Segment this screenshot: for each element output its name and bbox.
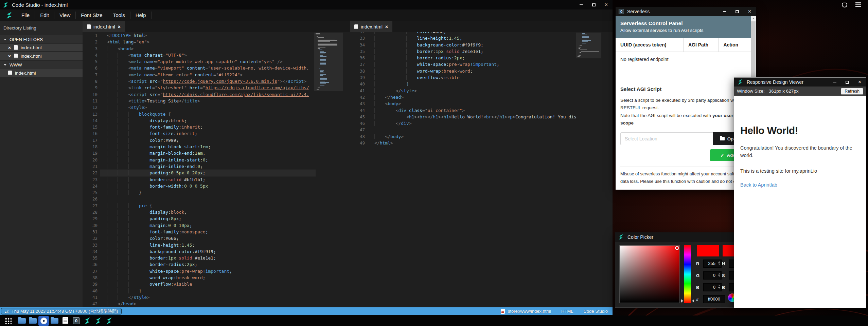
tab-index-html[interactable]: index.html × bbox=[350, 21, 392, 32]
code-line-33[interactable]: line-height:1.45; bbox=[100, 242, 316, 248]
maximize-button[interactable] bbox=[841, 78, 853, 87]
code-line-26[interactable] bbox=[100, 196, 316, 202]
code-line-19[interactable]: margin-block-end:1em; bbox=[100, 150, 316, 156]
close-button[interactable]: × bbox=[743, 7, 756, 16]
hamburger-menu-icon[interactable] bbox=[855, 2, 861, 7]
code-content[interactable]: color:#666; line-height:1.45; background… bbox=[368, 32, 578, 146]
code-line-27[interactable]: pre { bbox=[100, 203, 316, 209]
taskbar-folder-icon[interactable] bbox=[28, 316, 38, 326]
minimap-viewport[interactable] bbox=[314, 33, 343, 91]
scrollbar-thumb[interactable] bbox=[751, 21, 756, 79]
code-line-15[interactable]: font-family:inherit; bbox=[100, 124, 316, 130]
code-line-24[interactable]: border-width:0 0 0 5px bbox=[100, 183, 316, 189]
code-editor[interactable]: 1234567891011121314151617181920212223242… bbox=[83, 32, 350, 307]
minimize-button[interactable] bbox=[718, 7, 731, 16]
minimap[interactable] bbox=[316, 33, 341, 90]
minimize-button[interactable] bbox=[828, 78, 841, 87]
tab-close-icon[interactable]: × bbox=[385, 24, 388, 30]
taskbar-document-icon[interactable] bbox=[60, 316, 71, 326]
code-line-9[interactable]: <link rel="stylesheet" href="https://cdn… bbox=[100, 84, 316, 91]
tab-index-html[interactable]: index.html × bbox=[83, 21, 125, 32]
status-file-type[interactable]: HTML bbox=[561, 309, 573, 314]
code-line-31[interactable]: font-family:monospace; bbox=[100, 229, 316, 235]
menu-tools[interactable]: Tools bbox=[108, 12, 130, 19]
code-line-13[interactable]: blockquote { bbox=[100, 111, 316, 117]
saturation-marker[interactable] bbox=[675, 246, 679, 250]
rgb-input-g[interactable]: 0 bbox=[703, 271, 722, 280]
minimap[interactable] bbox=[578, 33, 599, 58]
code-line-32[interactable]: color:#666; bbox=[100, 235, 316, 242]
sidebar-item-index.html[interactable]: ×index.html bbox=[0, 44, 83, 51]
code-line-28[interactable]: display:block; bbox=[100, 209, 316, 215]
sidebar-section-open-editors[interactable]: OPEN EDITORS bbox=[0, 35, 83, 43]
rgb-input-b[interactable]: 0 bbox=[703, 283, 722, 291]
stepper-arrows-icon[interactable] bbox=[718, 273, 720, 277]
code-line-3[interactable]: <head> bbox=[100, 45, 316, 52]
saturation-field[interactable] bbox=[619, 245, 680, 303]
code-line-5[interactable]: <meta name="apple-mobile-web-app-capable… bbox=[100, 58, 316, 65]
code-line-11[interactable]: <title>Testing Site</title> bbox=[100, 98, 316, 104]
code-line-35[interactable]: border:1px solid #e1e1e1; bbox=[100, 255, 316, 261]
code-line-40[interactable]: } bbox=[100, 288, 316, 294]
code-line-34[interactable]: background-color:#f9f9f9; bbox=[100, 248, 316, 255]
code-line-45[interactable]: <h1><br></h1><h1>Hello World!<br></h1><p… bbox=[368, 114, 578, 120]
datetime-button[interactable]: ⇄ Thu May 11 2023 21:54:48 GMT+0800 (台北標… bbox=[1, 308, 122, 314]
code-line-4[interactable]: <meta charset="UTF-8"> bbox=[100, 52, 316, 58]
code-line-46[interactable]: </div> bbox=[368, 120, 578, 127]
code-line-34[interactable]: background-color:#f9f9f9; bbox=[368, 42, 578, 48]
code-line-8[interactable]: <script src="https://code.jquery.com/jqu… bbox=[100, 78, 316, 84]
loading-spinner-icon[interactable] bbox=[842, 2, 847, 7]
code-line-6[interactable]: <meta name="viewport" content="user-scal… bbox=[100, 65, 316, 71]
close-button[interactable]: × bbox=[600, 0, 613, 9]
code-line-43[interactable]: <body> bbox=[368, 100, 578, 107]
code-line-36[interactable]: border-radius:2px; bbox=[100, 261, 316, 268]
sidebar-item-index.html[interactable]: ×index.html bbox=[0, 52, 83, 60]
code-line-49[interactable]: </html> bbox=[368, 140, 578, 146]
status-file[interactable]: store:/www/index.html bbox=[501, 309, 551, 314]
hue-slider[interactable] bbox=[684, 245, 691, 303]
code-line-41[interactable]: </style> bbox=[100, 294, 316, 301]
code-line-47[interactable] bbox=[368, 127, 578, 133]
code-line-41[interactable]: </style> bbox=[368, 88, 578, 94]
code-content[interactable]: <!DOCTYPE html><html lang="en"> <head> <… bbox=[100, 32, 316, 307]
maximize-button[interactable] bbox=[731, 7, 743, 16]
code-line-44[interactable]: <div class="ui container"> bbox=[368, 107, 578, 114]
code-line-2[interactable]: <html lang="en"> bbox=[100, 39, 316, 45]
code-line-17[interactable]: color:#999; bbox=[100, 137, 316, 143]
hue-slider-arrow-right-icon[interactable] bbox=[692, 299, 694, 303]
stepper-arrows-icon[interactable] bbox=[718, 285, 720, 289]
close-icon[interactable]: × bbox=[8, 54, 11, 59]
menu-view[interactable]: View bbox=[54, 12, 75, 19]
code-line-16[interactable]: font-size:inherit; bbox=[100, 130, 316, 137]
scroll-up-icon[interactable] bbox=[751, 16, 756, 21]
code-line-37[interactable]: white-space:pre-wrap!important; bbox=[100, 268, 316, 274]
menu-edit[interactable]: Edit bbox=[35, 12, 54, 19]
code-line-10[interactable]: <script src="https://cdnjs.cloudflare.co… bbox=[100, 91, 316, 98]
code-line-40[interactable]: } bbox=[368, 81, 578, 87]
menu-help[interactable]: Help bbox=[130, 12, 152, 19]
menu-file[interactable]: File bbox=[16, 12, 35, 19]
taskbar-app-grid-icon[interactable] bbox=[3, 316, 13, 326]
code-line-32[interactable]: color:#666; bbox=[368, 32, 578, 35]
tab-close-icon[interactable]: × bbox=[118, 24, 121, 30]
taskbar-code-studio-icon[interactable] bbox=[104, 316, 114, 326]
code-line-37[interactable]: white-space:pre-wrap!important; bbox=[368, 61, 578, 68]
minimize-button[interactable] bbox=[575, 0, 587, 9]
code-line-30[interactable]: margin:0 0 10px; bbox=[100, 222, 316, 229]
taskbar-folder-icon[interactable] bbox=[49, 316, 60, 326]
code-line-42[interactable]: </head> bbox=[100, 301, 316, 307]
code-line-33[interactable]: line-height:1.45; bbox=[368, 35, 578, 41]
code-line-21[interactable]: margin-inline-end:0; bbox=[100, 163, 316, 170]
code-line-38[interactable]: word-wrap:break-word; bbox=[368, 68, 578, 74]
taskbar-disc-icon[interactable] bbox=[38, 316, 49, 326]
sidebar-section-www[interactable]: WWW bbox=[0, 61, 83, 69]
taskbar-code-studio-icon[interactable] bbox=[82, 316, 92, 326]
close-button[interactable]: × bbox=[853, 78, 866, 87]
code-editor[interactable]: 323334353637383940414243444546474849 col… bbox=[350, 32, 613, 307]
code-line-42[interactable]: </head> bbox=[368, 94, 578, 100]
code-line-36[interactable]: border-radius:2px; bbox=[368, 55, 578, 61]
minimap-viewport[interactable] bbox=[576, 33, 601, 58]
code-line-12[interactable]: <style> bbox=[100, 104, 316, 111]
code-line-39[interactable]: overflow:visible bbox=[368, 74, 578, 81]
code-line-48[interactable]: </body> bbox=[368, 133, 578, 140]
